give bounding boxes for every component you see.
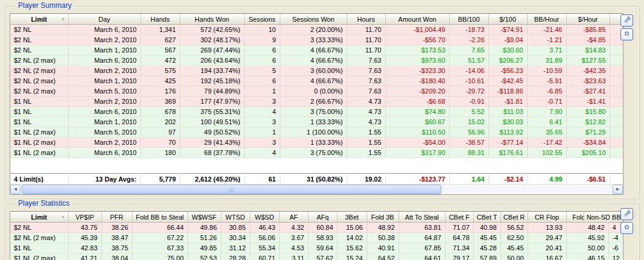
cell: 194 (33.74%) — [180, 66, 244, 76]
column-header-cbet-t[interactable]: CBet T — [473, 212, 500, 223]
table-row[interactable]: $2 NLMarch 2, 2010627302 (48.17%)93 (33.… — [10, 35, 623, 45]
column-header-limit[interactable]: Limit▼ — [10, 212, 68, 223]
table-row[interactable]: $2 NL (2 max)45.3938.4767.2251.2630.3456… — [10, 233, 623, 243]
cell: March 6, 2010 — [68, 107, 140, 117]
table-row[interactable]: $1 NL (2 max)March 5, 20109749 (50.52%)1… — [10, 127, 623, 138]
cell — [610, 138, 623, 148]
cell: $973.60 — [385, 55, 449, 66]
cell: 43.75 — [68, 223, 101, 233]
cell: 16.67 — [528, 253, 566, 260]
column-header-vp-ip[interactable]: VP$IP — [68, 212, 101, 223]
cell: -$56.70 — [385, 35, 449, 45]
cell: 7.63 — [347, 86, 385, 97]
cell: $1 NL — [10, 107, 68, 117]
cell: -$54.00 — [385, 138, 449, 148]
cell: $176.61 — [488, 148, 527, 158]
totals-cell: -$2.14 — [488, 174, 527, 185]
table-row[interactable]: $2 NL (2 max)March 5, 201017679 (44.89%)… — [10, 86, 623, 97]
column-header-bb-100[interactable]: BB/100 — [449, 14, 488, 25]
column-header-w-wsf[interactable]: W$WSF — [188, 212, 221, 223]
cell: $2 NL — [10, 35, 68, 45]
cell: 369 — [140, 97, 180, 107]
column-header-wtsd[interactable]: WTSD — [221, 212, 250, 223]
column-header-cbet-f[interactable]: CBet F — [445, 212, 473, 223]
cell: $1 NL (2 max) — [10, 127, 68, 138]
table-row[interactable]: $1 NL42.8338.7567.3349.8531.1255.344.535… — [10, 243, 623, 253]
cell: 67.85 — [399, 243, 445, 253]
cell: -0.71 — [527, 97, 566, 107]
column-header-af[interactable]: AF — [279, 212, 308, 223]
sort-desc-icon[interactable]: ▼ — [62, 17, 65, 21]
table-row[interactable]: $2 NL (2 max)March 1, 2010425192 (45.18%… — [10, 76, 623, 86]
cell: 88.31 — [449, 148, 488, 158]
cell: March 2, 2010 — [68, 35, 140, 45]
table-row[interactable]: $1 NL (2 max)41.2138.0475.0052.5328.2860… — [10, 253, 623, 260]
column-header-sessions-won[interactable]: Sessions Won — [280, 14, 347, 25]
sort-desc-icon[interactable]: ▼ — [62, 215, 65, 219]
player-summary-table-host: Limit▼DayHandsHands WonSessionsSessions … — [10, 14, 623, 185]
scroll-right-button[interactable]: ► — [613, 185, 623, 194]
cell: 1.55 — [347, 138, 385, 148]
table-row[interactable]: $2 NLMarch 6, 20101,341572 (42.65%)102 (… — [10, 25, 623, 35]
table-row[interactable]: $2 NL (2 max)March 6, 2010472206 (43.64%… — [10, 55, 623, 66]
table-row[interactable]: $1 NLMarch 6, 2010678375 (55.31%)43 (75.… — [10, 107, 623, 117]
scrollbar-track[interactable] — [21, 185, 612, 194]
column-header-w-sd[interactable]: W$SD — [250, 212, 279, 223]
cell: -$4.85 — [566, 35, 610, 45]
column-header-cr-flop[interactable]: CR Flop — [528, 212, 566, 223]
table-row[interactable]: $1 NLMarch 1, 2010202100 (49.51%)31 (33.… — [10, 117, 623, 127]
configure-report-button[interactable] — [620, 208, 633, 220]
cell: 31.89 — [527, 55, 566, 66]
table-row[interactable]: $2 NLMarch 1, 2010567269 (47.44%)64 (66.… — [10, 45, 623, 55]
player-statistics-panel: Player Statistics Limit▼VP$IPPFRFold BB … — [5, 204, 640, 260]
cell: 56.96 — [449, 127, 488, 138]
configure-report-button[interactable] — [620, 14, 633, 27]
totals-cell: -$6.51 — [566, 174, 610, 185]
column-header-3bet[interactable]: 3Bet — [337, 212, 367, 223]
column-header-sessions[interactable]: Sessions — [244, 14, 280, 25]
cell: -$180.40 — [385, 76, 449, 86]
column-header-hands-won[interactable]: Hands Won — [180, 14, 244, 25]
horizontal-scrollbar[interactable]: ◄ ► — [10, 184, 623, 194]
table-row[interactable]: $1 NL (2 max)March 2, 20107029 (41.43%)3… — [10, 138, 623, 148]
column-header-att-to-steal[interactable]: Att To Steal — [399, 212, 445, 223]
column-header-day[interactable]: Day — [68, 14, 140, 25]
collapse-panel-button[interactable] — [620, 28, 633, 40]
collapse-panel-button[interactable] — [620, 222, 633, 234]
cell: $71.29 — [566, 127, 610, 138]
cell: 64.87 — [399, 233, 445, 243]
column-header-fold-3b[interactable]: Fold 3B — [367, 212, 399, 223]
cell: 180 — [140, 148, 180, 158]
cell — [610, 117, 623, 127]
column-header-100[interactable]: $/100 — [488, 14, 527, 25]
scroll-left-button[interactable]: ◄ — [10, 185, 21, 194]
table-row[interactable]: $1 NL (2 max)March 6, 201018068 (37.78%)… — [10, 148, 623, 158]
column-header-pfr[interactable]: PFR — [101, 212, 132, 223]
cell: 50.00 — [500, 253, 528, 260]
column-header-hours[interactable]: Hours — [347, 14, 385, 25]
cell: $2 NL — [10, 45, 68, 55]
cell: -29.72 — [449, 86, 488, 97]
cell: 51.26 — [188, 233, 221, 243]
wrench-icon — [623, 16, 631, 25]
column-header-cbet-r[interactable]: CBet R — [500, 212, 528, 223]
column-header-hands[interactable]: Hands — [140, 14, 180, 25]
column-header-fold-bb-to-steal[interactable]: Fold BB to Steal — [132, 212, 188, 223]
cell: $60.67 — [385, 117, 449, 127]
totals-cell: -$123.77 — [385, 174, 449, 185]
column-header-limit[interactable]: Limit▼ — [10, 14, 68, 25]
column-header-amount-won[interactable]: Amount Won — [385, 14, 449, 25]
table-row[interactable]: $2 NL43.7538.2666.4449.8630.8546.434.326… — [10, 223, 623, 233]
column-header-hour[interactable]: $/Hour — [566, 14, 610, 25]
cell: 35.65 — [527, 127, 566, 138]
scrollbar-thumb[interactable] — [22, 185, 441, 194]
table-row[interactable]: $2 NL (2 max)March 2, 2010575194 (33.74%… — [10, 66, 623, 76]
cell: 57.62 — [308, 253, 337, 260]
table-row[interactable]: $1 NLMarch 2, 2010369177 (47.97%)32 (66.… — [10, 97, 623, 107]
cell: 627 — [140, 35, 180, 45]
column-header-afq[interactable]: AFq — [308, 212, 337, 223]
cell: 6 — [244, 76, 280, 86]
column-header-bb-hour[interactable]: BB/Hour — [527, 14, 566, 25]
cell: -$209.20 — [385, 86, 449, 97]
cell: -$1.81 — [488, 97, 527, 107]
